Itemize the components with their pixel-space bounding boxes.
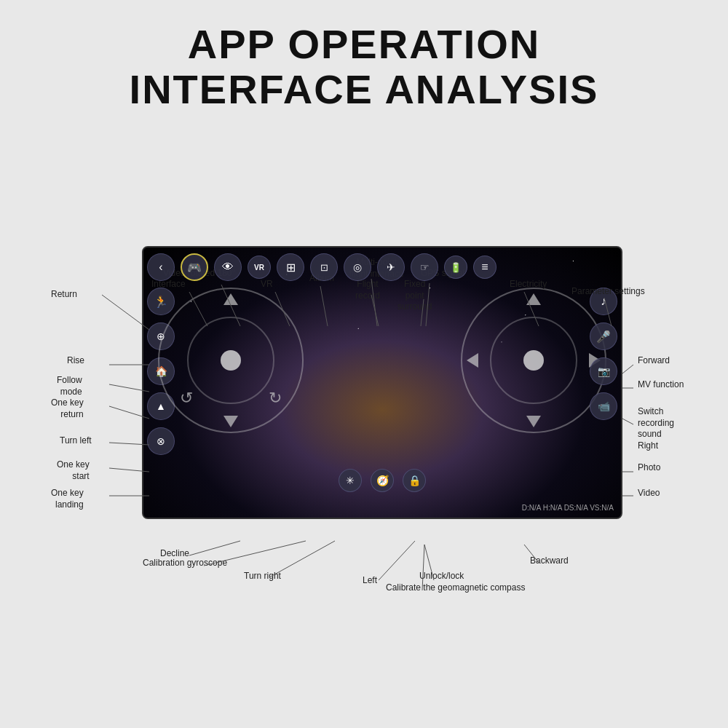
photo-btn[interactable]: 📷 <box>590 357 617 385</box>
svg-line-26 <box>622 419 633 424</box>
label-forward: Forward <box>638 355 670 367</box>
eye-btn[interactable]: 👁 <box>214 253 242 281</box>
title-line1: APP OPERATION <box>130 22 599 67</box>
vr-btn[interactable]: VR <box>248 256 271 279</box>
label-video: Video <box>638 488 660 499</box>
joystick-right-arrow-up <box>526 293 541 305</box>
interface-btn[interactable]: 🎮 <box>181 253 208 281</box>
label-calibration-gyroscope: Calibration gyroscope <box>143 558 227 569</box>
label-mv-function: MV function <box>638 379 684 391</box>
label-left: Left <box>363 575 377 587</box>
joystick-left-center <box>221 350 241 371</box>
rotate-left-icon: ↺ <box>180 389 193 408</box>
joystick-right[interactable] <box>461 288 606 433</box>
bottom-bar: ✳ 🧭 🔒 <box>339 469 426 492</box>
label-flight-record: Flightrecord <box>355 279 380 301</box>
svg-line-17 <box>189 541 240 555</box>
top-bar: ‹ 🎮 👁 VR ⊞ ⊡ ◎ ✈ ☞ 🔋 ≡ <box>147 253 617 281</box>
label-calibrate-geomagnetic: Calibrate the geomagnetic compass <box>386 582 525 594</box>
status-text: D:N/A H:N/A DS:N/A VS:N/A <box>522 504 614 512</box>
joystick-right-arrow-left <box>467 353 478 368</box>
label-follow-mode: Followmode <box>57 375 82 397</box>
settings-btn[interactable]: ≡ <box>473 256 496 279</box>
label-rise: Rise <box>67 355 84 367</box>
label-photo: Photo <box>638 462 660 474</box>
compass-calib-btn[interactable]: 🧭 <box>371 469 394 492</box>
label-turn-right: Turn right <box>244 571 281 582</box>
side-buttons-right: ♪ 🎤 📷 📹 <box>590 288 617 420</box>
label-one-key-return: One keyreturn <box>51 397 84 420</box>
diagram-container: ‹ 🎮 👁 VR ⊞ ⊡ ◎ ✈ ☞ 🔋 ≡ 🏃 ⊕ 🏠 <box>29 133 699 657</box>
title-section: APP OPERATION INTERFACE ANALYSIS <box>130 0 599 126</box>
joystick-left-arrow-down <box>223 416 238 427</box>
flight-record-btn[interactable]: ⊡ <box>310 253 338 281</box>
propeller-btn[interactable]: ✳ <box>339 469 362 492</box>
label-one-key-landing: One keylanding <box>51 488 84 510</box>
switch-recording-btn[interactable]: 🎤 <box>590 323 617 350</box>
rotate-right-icon: ↻ <box>269 389 282 408</box>
label-turn-left: Turn left <box>60 435 92 447</box>
return-btn[interactable]: ‹ <box>147 253 175 281</box>
label-switch-recording: SwitchrecordingsoundRight <box>638 406 674 451</box>
svg-line-20 <box>379 541 415 580</box>
svg-line-24 <box>622 365 633 373</box>
page-container: APP OPERATION INTERFACE ANALYSIS <box>0 0 728 728</box>
drone-screen-bg: ‹ 🎮 👁 VR ⊞ ⊡ ◎ ✈ ☞ 🔋 ≡ 🏃 ⊕ 🏠 <box>143 248 621 518</box>
camera-btn[interactable]: ⊞ <box>277 253 304 281</box>
unlock-lock-btn[interactable]: 🔒 <box>403 469 426 492</box>
joystick-left[interactable]: ↺ ↻ <box>158 288 304 433</box>
joystick-right-center <box>523 350 544 371</box>
fixed-point-btn[interactable]: ◎ <box>344 253 371 281</box>
joystick-right-arrow-down <box>526 416 541 427</box>
video-btn[interactable]: 📹 <box>590 392 617 420</box>
label-fixed-point: Fixedpointsurround <box>397 279 432 313</box>
label-parameter-settings: Parameter settings <box>571 286 645 298</box>
label-one-key-start: One keystart <box>57 459 90 482</box>
label-unlock-lock: Unlock/lock <box>419 571 464 582</box>
touch-btn[interactable]: ☞ <box>411 253 438 281</box>
drone-screen: ‹ 🎮 👁 VR ⊞ ⊡ ◎ ✈ ☞ 🔋 ≡ 🏃 ⊕ 🏠 <box>142 246 622 519</box>
label-return: Return <box>51 289 77 301</box>
title-line2: INTERFACE ANALYSIS <box>130 67 599 112</box>
joystick-left-arrow-up <box>223 293 238 305</box>
label-backward: Backward <box>530 555 569 567</box>
gps-btn[interactable]: ✈ <box>377 253 405 281</box>
battery-btn[interactable]: 🔋 <box>444 256 467 279</box>
